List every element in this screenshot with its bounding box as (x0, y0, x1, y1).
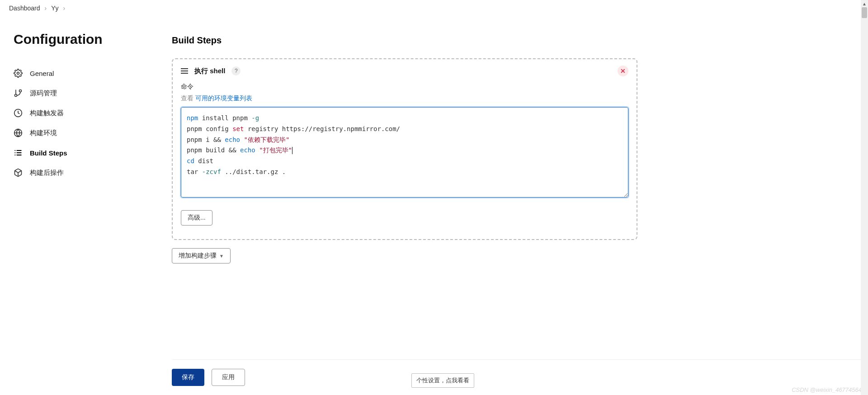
scroll-up-icon[interactable]: ▲ (861, 0, 868, 7)
sidebar-item-label: 构建触发器 (30, 109, 64, 118)
settings-popup-hint[interactable]: 个性设置，点我看看 (411, 373, 474, 388)
svg-point-0 (17, 72, 19, 75)
close-icon[interactable]: ✕ (618, 66, 628, 76)
sidebar-item-general[interactable]: General (14, 63, 158, 83)
chevron-down-icon: ▼ (219, 254, 224, 259)
content: Build Steps 执行 shell ? ✕ 命令 查看 可用的环境变量列表… (172, 18, 868, 395)
chevron-right-icon: › (63, 5, 66, 12)
section-title: Build Steps (172, 35, 637, 46)
svg-point-3 (15, 94, 17, 97)
globe-icon (14, 128, 23, 137)
sidebar-item-label: 源码管理 (30, 89, 57, 98)
sidebar-item-postbuild[interactable]: 构建后操作 (14, 163, 158, 183)
help-icon[interactable]: ? (231, 66, 241, 75)
clock-icon (14, 108, 23, 118)
package-icon (14, 168, 23, 177)
footer-bar: 保存 应用 (172, 359, 868, 395)
sidebar-title: Configuration (14, 32, 158, 47)
chevron-right-icon: › (45, 5, 47, 12)
sidebar: Configuration General 源码管理 构建触发器 (0, 18, 172, 395)
sidebar-item-build-steps[interactable]: Build Steps (14, 143, 158, 163)
branch-icon (14, 89, 23, 98)
drag-handle-icon[interactable] (181, 68, 188, 74)
help-prefix: 查看 (181, 94, 195, 102)
scrollbar[interactable]: ▲ (861, 0, 868, 395)
save-button[interactable]: 保存 (172, 369, 204, 386)
advanced-button-label: 高级... (188, 214, 206, 222)
env-vars-link[interactable]: 可用的环境变量列表 (195, 94, 252, 102)
svg-point-2 (19, 90, 22, 92)
build-step-card: 执行 shell ? ✕ 命令 查看 可用的环境变量列表 npm install… (172, 58, 637, 240)
sidebar-item-label: General (30, 70, 54, 77)
sidebar-item-label: 构建环境 (30, 129, 57, 137)
shell-command-input[interactable]: npm install pnpm -g pnpm config set regi… (181, 107, 628, 198)
steps-icon (14, 148, 23, 157)
sidebar-item-label: 构建后操作 (30, 169, 64, 177)
sidebar-item-label: Build Steps (30, 149, 67, 157)
add-build-step-label: 增加构建步骤 (179, 252, 217, 260)
apply-button[interactable]: 应用 (212, 369, 245, 386)
scrollbar-thumb[interactable] (862, 7, 867, 18)
advanced-button[interactable]: 高级... (181, 210, 212, 226)
sidebar-item-scm[interactable]: 源码管理 (14, 83, 158, 103)
step-title: 执行 shell (194, 67, 225, 75)
breadcrumb-item-dashboard[interactable]: Dashboard (9, 5, 40, 12)
command-label: 命令 (181, 83, 628, 91)
sidebar-item-env[interactable]: 构建环境 (14, 123, 158, 143)
step-header: 执行 shell ? ✕ (181, 66, 628, 76)
breadcrumb: Dashboard › Yy › (0, 0, 868, 18)
env-vars-help: 查看 可用的环境变量列表 (181, 94, 628, 103)
breadcrumb-item-project[interactable]: Yy (51, 5, 58, 12)
watermark: CSDN @weixin_46774564 (792, 386, 862, 393)
sidebar-item-triggers[interactable]: 构建触发器 (14, 103, 158, 123)
gear-icon (14, 69, 23, 78)
add-build-step-button[interactable]: 增加构建步骤 ▼ (172, 248, 231, 263)
